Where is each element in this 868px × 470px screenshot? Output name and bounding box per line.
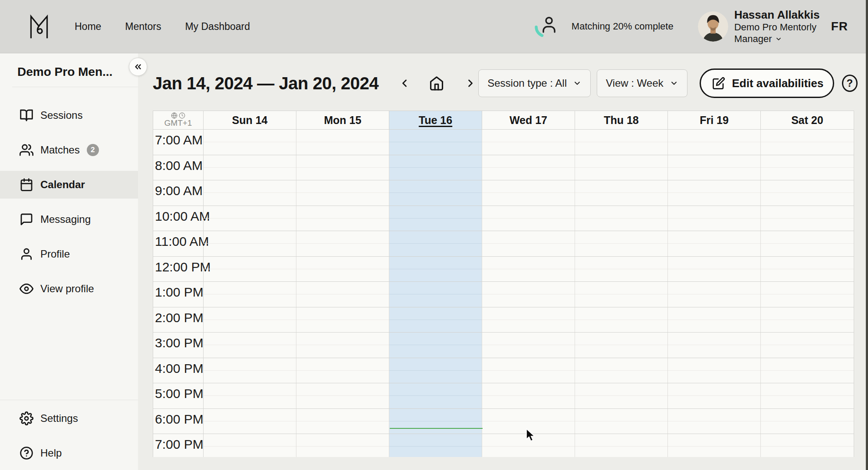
calendar-cell[interactable] (668, 409, 761, 434)
calendar-cell[interactable] (668, 434, 761, 457)
calendar-cell[interactable] (761, 180, 854, 206)
calendar-cell[interactable] (482, 282, 575, 307)
calendar-cell[interactable] (668, 130, 761, 155)
calendar-cell[interactable] (761, 155, 854, 180)
calendar-cell[interactable] (575, 383, 668, 408)
calendar-cell[interactable] (482, 155, 575, 180)
day-header-sun-14[interactable]: Sun 14 (204, 111, 296, 130)
calendar-cell[interactable] (204, 206, 296, 231)
calendar-cell[interactable] (668, 333, 761, 358)
previous-week-button[interactable] (397, 75, 412, 91)
calendar-cell[interactable] (482, 409, 575, 434)
calendar-cell[interactable] (668, 358, 761, 383)
day-header-wed-17[interactable]: Wed 17 (482, 111, 575, 130)
calendar-cell[interactable] (668, 231, 761, 256)
calendar-cell[interactable] (482, 333, 575, 358)
day-header-sat-20[interactable]: Sat 20 (761, 111, 854, 130)
day-header-tue-16[interactable]: Tue 16 (389, 111, 482, 130)
calendar-cell[interactable] (389, 409, 482, 434)
calendar-cell[interactable] (761, 333, 854, 358)
calendar-cell[interactable] (482, 434, 575, 457)
calendar-cell[interactable] (204, 257, 296, 282)
calendar-cell[interactable] (389, 206, 482, 231)
sidebar-item-profile[interactable]: Profile (0, 240, 138, 268)
calendar-cell[interactable] (296, 434, 389, 457)
calendar-cell[interactable] (668, 155, 761, 180)
calendar-cell[interactable] (389, 333, 482, 358)
calendar-cell[interactable] (204, 409, 296, 434)
calendar-cell[interactable] (296, 409, 389, 434)
sidebar-item-matches[interactable]: Matches 2 (0, 136, 138, 164)
calendar-cell[interactable] (389, 257, 482, 282)
calendar-cell[interactable] (761, 257, 854, 282)
calendar-cell[interactable] (575, 257, 668, 282)
calendar-cell[interactable] (668, 307, 761, 333)
nav-link-my-dashboard[interactable]: My Dashboard (185, 21, 250, 33)
calendar-cell[interactable] (389, 282, 482, 307)
calendar-cell[interactable] (296, 231, 389, 256)
language-switch[interactable]: FR (831, 20, 848, 33)
calendar-cell[interactable] (389, 231, 482, 256)
calendar-cell[interactable] (575, 180, 668, 206)
calendar-cell[interactable] (204, 358, 296, 383)
calendar-cell[interactable] (296, 130, 389, 155)
edit-availabilities-dropdown[interactable] (833, 70, 834, 97)
calendar-cell[interactable] (296, 282, 389, 307)
calendar-cell[interactable] (296, 307, 389, 333)
calendar-cell[interactable] (668, 257, 761, 282)
calendar-cell[interactable] (668, 206, 761, 231)
calendar-cell[interactable] (204, 231, 296, 256)
sidebar-collapse-button[interactable] (129, 58, 147, 76)
calendar-cell[interactable] (482, 206, 575, 231)
sidebar-item-view-profile[interactable]: View profile (0, 275, 138, 303)
sidebar-item-help[interactable]: Help (0, 439, 138, 467)
calendar-cell[interactable] (482, 383, 575, 408)
calendar-cell[interactable] (204, 307, 296, 333)
calendar-cell[interactable] (482, 180, 575, 206)
calendar-cell[interactable] (296, 206, 389, 231)
mentorly-logo-icon[interactable] (28, 14, 50, 39)
calendar-cell[interactable] (204, 155, 296, 180)
calendar-cell[interactable] (296, 155, 389, 180)
calendar-cell[interactable] (575, 409, 668, 434)
calendar-cell[interactable] (482, 307, 575, 333)
calendar-cell[interactable] (668, 383, 761, 408)
calendar-cell[interactable] (204, 333, 296, 358)
calendar-cell[interactable] (482, 358, 575, 383)
calendar-cell[interactable] (575, 333, 668, 358)
help-button[interactable]: ? (842, 75, 858, 92)
view-select[interactable]: View : Week (597, 69, 687, 97)
calendar-cell[interactable] (389, 358, 482, 383)
day-header-thu-18[interactable]: Thu 18 (575, 111, 668, 130)
calendar-cell[interactable] (296, 257, 389, 282)
calendar-cell[interactable] (296, 383, 389, 408)
calendar-cell[interactable] (575, 231, 668, 256)
session-type-select[interactable]: Session type : All (478, 69, 591, 97)
today-home-button[interactable] (427, 74, 446, 93)
calendar-cell[interactable] (204, 383, 296, 408)
edit-availabilities-button[interactable]: Edit availabilities (701, 70, 833, 97)
calendar-cell[interactable] (575, 155, 668, 180)
calendar-cell[interactable] (204, 434, 296, 457)
calendar-cell[interactable] (761, 409, 854, 434)
calendar-cell[interactable] (296, 358, 389, 383)
sidebar-item-sessions[interactable]: Sessions (0, 101, 138, 129)
user-menu[interactable]: Hassan Allakkis Demo Pro Mentorly Manage… (698, 8, 820, 45)
calendar-cell[interactable] (389, 155, 482, 180)
calendar-cell[interactable] (296, 333, 389, 358)
calendar-cell[interactable] (204, 130, 296, 155)
calendar-cell[interactable] (482, 231, 575, 256)
calendar-cell[interactable] (575, 282, 668, 307)
day-header-fri-19[interactable]: Fri 19 (668, 111, 761, 130)
calendar-cell[interactable] (575, 434, 668, 457)
calendar-cell[interactable] (575, 206, 668, 231)
calendar-cell[interactable] (575, 307, 668, 333)
calendar-cell[interactable] (389, 383, 482, 408)
calendar-cell[interactable] (204, 282, 296, 307)
calendar-cell[interactable] (389, 130, 482, 155)
calendar-cell[interactable] (296, 180, 389, 206)
calendar-cell[interactable] (761, 206, 854, 231)
calendar-cell[interactable] (575, 358, 668, 383)
sidebar-item-settings[interactable]: Settings (0, 405, 138, 432)
calendar-cell[interactable] (575, 130, 668, 155)
